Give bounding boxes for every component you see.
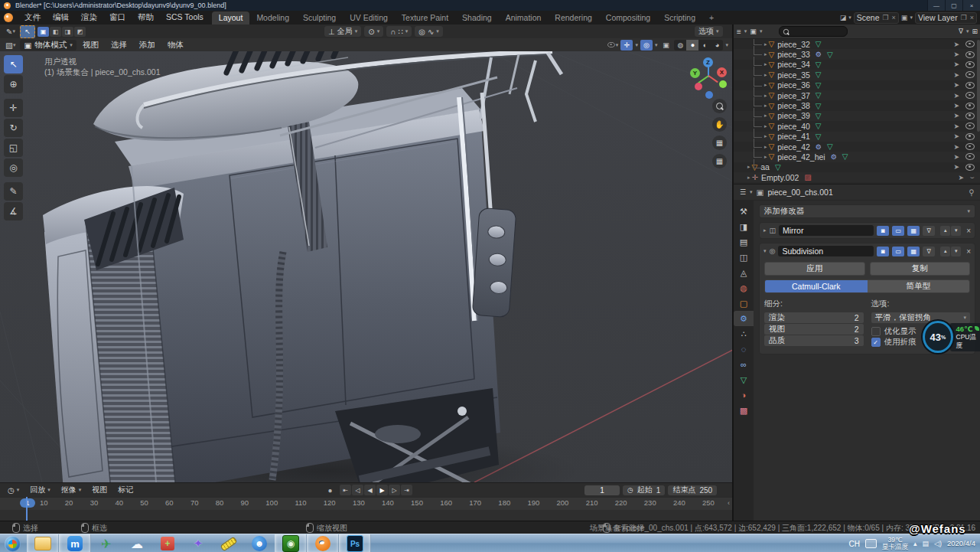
mirror-delete-icon[interactable]: ×	[966, 227, 971, 235]
properties-tab[interactable]: ⚒	[734, 204, 754, 219]
workspace-tab[interactable]: +	[702, 11, 721, 24]
outliner-row[interactable]: ▸ ▽ piece_34 ▽ ➤	[734, 60, 980, 70]
tool-select-box-button[interactable]: ↖	[4, 55, 23, 73]
selectable-flag-icon[interactable]: ➤	[953, 122, 959, 130]
view-layer-dropdown-caret[interactable]: ▾	[910, 15, 913, 21]
current-frame-indicator[interactable]: 1	[20, 498, 35, 508]
object-name[interactable]: piece_40	[777, 122, 810, 131]
menu-item[interactable]: 渲染	[76, 11, 103, 24]
properties-tab[interactable]: ◑	[734, 387, 754, 403]
keyboard-icon[interactable]	[865, 539, 877, 548]
gizmos-toggle[interactable]: ✛	[620, 40, 633, 51]
shading-wireframe-icon[interactable]: ◍	[674, 40, 686, 51]
play-button[interactable]: ▶	[376, 485, 388, 495]
properties-tab[interactable]: ▢	[734, 296, 754, 311]
view-layer-selector[interactable]: View Layer ❐ ×	[915, 12, 977, 24]
expand-icon[interactable]: ▸	[764, 41, 767, 47]
scene-selector[interactable]: Scene ❐ ×	[854, 12, 899, 24]
mirror-viewport-toggle[interactable]: ▭	[892, 226, 904, 236]
outliner-scrollbar[interactable]	[977, 40, 980, 132]
workspace-tab[interactable]: Animation	[499, 11, 549, 24]
taskbar-app-button[interactable]: ✦	[183, 534, 213, 552]
outliner-display-mode-icon[interactable]: ▣	[750, 28, 757, 35]
viewport-menu-item[interactable]: 物体	[161, 40, 190, 51]
object-name[interactable]: piece_42	[777, 142, 810, 152]
panel-divider[interactable]	[732, 24, 733, 521]
mode-dropdown[interactable]: ▣ 物体模式 ▾	[20, 40, 76, 51]
expand-icon[interactable]: ▸	[764, 144, 767, 150]
outliner-row[interactable]: ▸ ▽ piece_40 ▽ ➤	[734, 121, 980, 131]
properties-tab[interactable]: ∞	[734, 357, 754, 372]
workspace-tab[interactable]: Sculpting	[296, 11, 343, 24]
volume-tray-icon[interactable]: ◁)	[934, 540, 942, 547]
object-name[interactable]: piece_36	[777, 80, 810, 90]
play-reverse-button[interactable]: ◀	[364, 485, 376, 495]
expand-icon[interactable]: ▸	[764, 72, 767, 78]
add-modifier-dropdown[interactable]: 添加修改器▾	[759, 204, 975, 218]
menu-item[interactable]: 编辑	[47, 11, 74, 24]
eye-icon[interactable]	[965, 103, 975, 109]
tool-rotate-button[interactable]: ↻	[4, 119, 23, 137]
catmull-clark-button[interactable]: Catmull-Clark	[765, 280, 868, 292]
select-mode-intersect-icon[interactable]: ◩	[74, 27, 86, 37]
eye-icon[interactable]	[965, 82, 975, 89]
expand-icon[interactable]: ▸	[764, 113, 767, 119]
jump-to-end-button[interactable]: ⇥	[401, 485, 412, 495]
new-collection-icon[interactable]: ⊞	[972, 28, 978, 35]
jump-to-start-button[interactable]: ⇤	[340, 485, 351, 495]
shading-material-icon[interactable]: ◐	[698, 40, 711, 51]
zoom-button[interactable]	[712, 99, 727, 113]
taskbar-app-button[interactable]	[213, 534, 244, 552]
shading-rendered-icon[interactable]: ◕	[711, 40, 723, 51]
outliner-row[interactable]: ▸ ▽ piece_32 ▽ ➤	[734, 39, 980, 49]
properties-tab[interactable]: ◌	[734, 341, 754, 357]
outliner-row[interactable]: ▸ ▽ piece_39 ▽ ➤	[734, 111, 980, 121]
outliner-row[interactable]: ▸ ▽ piece_41 ▽ ➤	[734, 132, 980, 142]
properties-tab[interactable]: ◍	[734, 280, 754, 296]
selectable-flag-icon[interactable]: ➤	[953, 51, 959, 58]
object-name[interactable]: piece_42_hei	[777, 152, 825, 162]
properties-tab[interactable]: ⚙	[734, 311, 754, 326]
taskbar-app-button[interactable]	[307, 534, 339, 552]
pin-icon[interactable]: ⚲	[969, 188, 975, 197]
taskbar-app-button[interactable]: ☁	[122, 534, 152, 552]
eye-icon[interactable]	[965, 71, 975, 78]
properties-tab[interactable]: ▤	[734, 234, 754, 250]
filter-icon[interactable]: ∇	[959, 28, 963, 35]
subdivision-delete-icon[interactable]: ×	[966, 247, 971, 256]
scene-unlink-icon[interactable]: ×	[892, 14, 896, 21]
subdivision-name-field[interactable]: Subdivision	[778, 246, 874, 256]
eye-icon[interactable]	[965, 113, 975, 119]
subdivision-collapse-icon[interactable]: ▾	[763, 248, 767, 254]
outliner-row[interactable]: ▸ ▽ piece_33 ⚙ ▽ ➤	[734, 49, 980, 59]
start-frame-field[interactable]: ◷ 起始1	[623, 485, 665, 495]
eye-icon[interactable]	[965, 92, 975, 99]
scene-dropdown-caret[interactable]: ▾	[848, 15, 851, 21]
selectable-flag-icon[interactable]: ➤	[953, 41, 959, 48]
mirror-move-down-icon[interactable]: ▾	[951, 226, 961, 236]
selectable-flag-icon[interactable]: ➤	[953, 102, 959, 109]
object-name[interactable]: piece_32	[777, 40, 810, 49]
viewport-menu-item[interactable]: 添加	[133, 40, 161, 51]
optimal-display-checkbox[interactable]	[871, 327, 881, 336]
viewport-subdivisions-field[interactable]: 视图2	[764, 324, 864, 335]
end-frame-field[interactable]: 结束点250	[668, 485, 717, 495]
selectable-flag-icon[interactable]: ➤	[953, 112, 959, 119]
mirror-expand-icon[interactable]: ▸	[763, 227, 767, 234]
tool-measure-button[interactable]: ∡	[4, 202, 23, 220]
show-hidden-icons[interactable]: ▴	[913, 540, 917, 547]
eye-icon[interactable]	[965, 51, 975, 58]
timeline-menu-keying[interactable]: 抠像▾	[57, 485, 86, 495]
selectable-flag-icon[interactable]: ➤	[953, 153, 959, 161]
next-keyframe-button[interactable]: ▷	[389, 485, 400, 495]
gizmo-x-neg[interactable]	[695, 83, 702, 90]
object-name[interactable]: piece_33	[777, 50, 810, 59]
gizmo-z-neg[interactable]	[705, 91, 713, 99]
editor-type-selector[interactable]: ▧ ▾	[3, 39, 18, 51]
subdivision-render-toggle[interactable]: ◙	[877, 247, 889, 256]
workspace-tab[interactable]: Texture Paint	[395, 11, 455, 24]
object-name[interactable]: piece_34	[777, 60, 810, 69]
select-mode-subtract-icon[interactable]: ◨	[62, 27, 73, 37]
xray-toggle[interactable]: ▣	[659, 40, 672, 51]
selectable-flag-icon[interactable]: ➤	[953, 71, 959, 79]
